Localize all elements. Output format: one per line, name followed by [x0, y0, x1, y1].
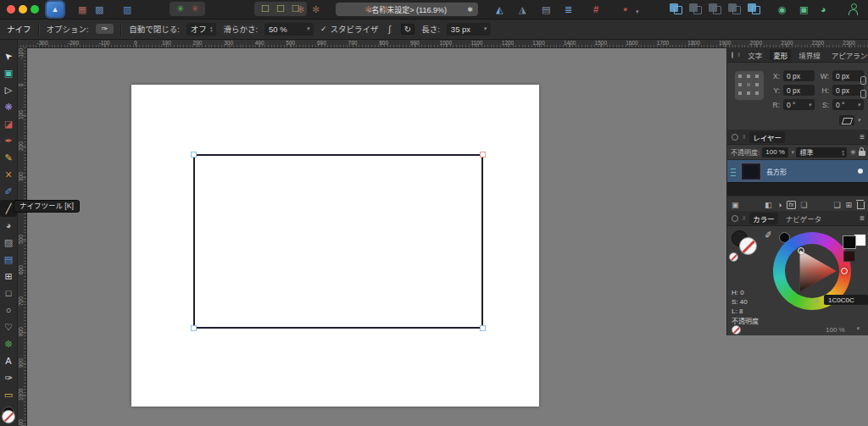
tab-navigator[interactable]: ナビゲータ	[782, 213, 826, 224]
aspect-link-icon[interactable]	[860, 76, 866, 98]
place-image-tool[interactable]: ▤	[0, 251, 17, 268]
corner-tool[interactable]: ❋	[0, 98, 17, 115]
edit-all-layers-icon[interactable]: ▣	[732, 201, 739, 209]
history-icon-4[interactable]: ✻	[312, 3, 320, 15]
w-input[interactable]: 0 px	[832, 70, 864, 81]
tab-layers[interactable]: レイヤー	[749, 131, 785, 143]
smoothness-field[interactable]: 50 % ▾	[264, 23, 314, 36]
canvas-area[interactable]	[26, 47, 726, 426]
length-field[interactable]: 35 px ▾	[447, 23, 491, 36]
move-backward-icon[interactable]: ≣	[565, 3, 572, 15]
opacity-none-icon[interactable]	[732, 325, 741, 335]
chevron-down-icon[interactable]: ▾	[483, 25, 487, 32]
blend-mode-select[interactable]: 標準 ▴▾	[796, 147, 847, 158]
studio-presets-icon[interactable]: ▥	[123, 3, 131, 15]
tab-character[interactable]: 文字	[744, 49, 765, 61]
stepper-icon[interactable]: ▴▾	[842, 149, 844, 156]
handle-bottom-left[interactable]	[191, 325, 197, 331]
flip-vertical-icon[interactable]: ◮	[519, 3, 526, 15]
transparency-tool[interactable]: ▨	[0, 234, 17, 251]
insert-inside-icon[interactable]: ▣	[799, 3, 808, 15]
swatch-black[interactable]	[843, 235, 856, 249]
style-picker-tool[interactable]: ❊	[0, 335, 17, 352]
chevron-down-icon[interactable]: ▾	[857, 117, 860, 124]
insert-behind-icon[interactable]: ◉	[778, 3, 787, 15]
boolean-subtract-icon[interactable]	[689, 3, 702, 14]
no-fill-icon[interactable]	[729, 252, 738, 262]
blend-options-gear-icon[interactable]: ✳	[849, 148, 856, 157]
fill-tool[interactable]: ◕	[0, 217, 17, 234]
tab-stroke[interactable]: 境界線	[795, 49, 824, 61]
tab-color[interactable]: カラー	[749, 213, 778, 224]
history-icon-2[interactable]: ✻	[381, 3, 389, 15]
close-window-button[interactable]	[7, 5, 15, 14]
y-input[interactable]: 0 px	[783, 85, 815, 96]
contour-tool[interactable]: ◪	[0, 115, 17, 132]
new-layer-icon[interactable]: ❑	[833, 201, 840, 209]
minimize-window-button[interactable]	[19, 5, 27, 14]
pencil-tool[interactable]: ✎	[0, 149, 17, 166]
boolean-combine-icon[interactable]	[748, 3, 760, 14]
fill-stroke-swatch[interactable]	[1, 407, 16, 423]
panel-menu-icon[interactable]: ≡	[860, 213, 865, 223]
stepper-icon[interactable]: ▴▾	[210, 25, 213, 32]
pixel-persona-icon[interactable]: ▦	[78, 3, 86, 15]
layer-row-rectangle[interactable]: 長方形	[727, 160, 868, 182]
layer-thumbnail[interactable]	[741, 163, 761, 180]
history-icon-1[interactable]: ✻	[364, 3, 372, 15]
group-layers-icon[interactable]: ❏	[801, 201, 808, 209]
anchor-selector[interactable]	[734, 70, 765, 101]
panel-menu-icon[interactable]: ≡	[860, 132, 865, 141]
account-icon[interactable]	[848, 3, 859, 14]
layer-opacity-field[interactable]: 100 %	[762, 147, 788, 158]
select-all-icon[interactable]: ☐	[261, 4, 270, 14]
eyedropper-icon[interactable]: ✐	[764, 229, 773, 241]
boolean-add-icon[interactable]	[670, 3, 682, 14]
delete-layer-icon[interactable]	[857, 202, 865, 209]
layer-effects-icon[interactable]: fx	[787, 201, 795, 209]
handle-top-left[interactable]	[191, 152, 197, 158]
export-persona-icon[interactable]: ▩	[95, 3, 103, 15]
transform-mode-button[interactable]: ▾	[839, 115, 860, 125]
fill-color-swatch-none[interactable]	[739, 237, 757, 255]
fill-swatch-none[interactable]	[2, 410, 15, 423]
ellipse-tool[interactable]: ○	[0, 302, 17, 318]
shade-selector-dot[interactable]	[798, 247, 804, 254]
move-forward-icon[interactable]: ▤	[542, 3, 550, 15]
heart-shape-tool[interactable]: ♡	[0, 318, 17, 335]
panel-options-icon[interactable]	[732, 52, 733, 58]
lock-icon[interactable]	[859, 151, 865, 156]
boolean-divide-icon[interactable]	[728, 3, 741, 14]
swatch-recent-color[interactable]	[843, 251, 855, 262]
color-picker-tool[interactable]: ✑	[0, 369, 17, 386]
brush-options-button[interactable]: ✑	[96, 24, 114, 34]
document-title-pill[interactable]: <名称未設定> (116.9%) ✱	[336, 3, 478, 16]
insert-on-top-icon[interactable]: ◕	[821, 3, 826, 15]
handle-bottom-right[interactable]	[480, 325, 486, 331]
chevron-down-icon[interactable]: ▾	[307, 25, 310, 32]
chevron-down-icon[interactable]: ▾	[791, 149, 794, 156]
layer-visibility-toggle[interactable]	[858, 169, 863, 174]
tab-appearance[interactable]: アピアランス	[828, 49, 868, 61]
layer-name[interactable]: 長方形	[766, 167, 853, 176]
fullscreen-window-button[interactable]	[31, 5, 39, 14]
paint-brush-tool[interactable]: ✐	[0, 183, 17, 200]
text-tool[interactable]: A	[0, 352, 17, 369]
history-icon-3[interactable]: ✻	[297, 3, 304, 15]
chevron-down-icon[interactable]: ▾	[856, 325, 860, 332]
handle-top-right[interactable]	[480, 152, 486, 158]
h-input[interactable]: 0 px	[832, 85, 864, 96]
vector-brush-tool[interactable]: ✕	[0, 166, 17, 183]
layer-drag-handle[interactable]	[731, 166, 736, 176]
adjustment-layer-icon[interactable]: ◑	[777, 201, 782, 209]
document-gear-icon[interactable]: ✳	[191, 4, 198, 14]
new-pixel-layer-icon[interactable]: ⊞	[845, 201, 852, 209]
select-deselect-icon[interactable]: ☐	[276, 4, 285, 14]
window-stabilizer-button[interactable]: ↻	[401, 24, 415, 35]
artboard-tool[interactable]: ▣	[0, 64, 17, 81]
mask-layer-icon[interactable]: ◧	[765, 201, 772, 209]
current-fill-icon[interactable]: ●	[623, 3, 627, 15]
settings-gear-icon[interactable]: ✳	[176, 4, 184, 14]
node-tool[interactable]: ▷	[0, 81, 17, 98]
rectangle-shape[interactable]	[193, 154, 483, 329]
